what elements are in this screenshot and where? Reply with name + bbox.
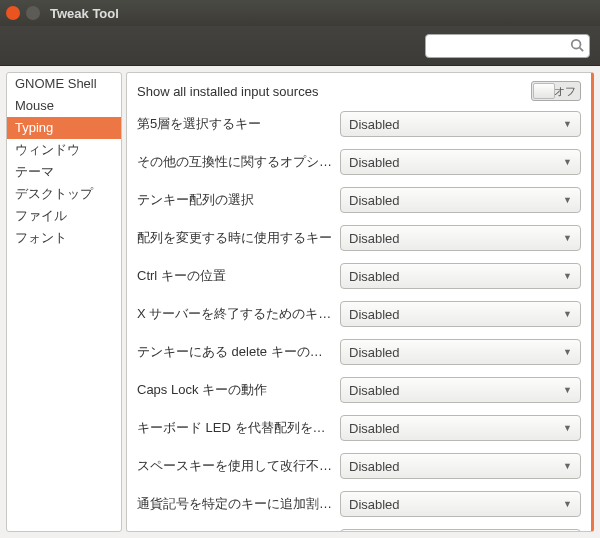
setting-label: 通貨記号を特定のキーに追加割り当て [137,495,332,513]
setting-row: 日本語キーボードオプションDisabled▼ [137,529,581,532]
setting-dropdown[interactable]: Disabled▼ [340,187,581,213]
setting-row: スペースキーを使用して改行不可空白...Disabled▼ [137,453,581,479]
setting-label: 配列を変更する時に使用するキー [137,229,332,247]
sidebar-item[interactable]: GNOME Shell [7,73,121,95]
chevron-down-icon: ▼ [563,461,572,471]
sidebar-item[interactable]: Typing [7,117,121,139]
setting-dropdown[interactable]: Disabled▼ [340,301,581,327]
setting-row: 通貨記号を特定のキーに追加割り当てDisabled▼ [137,491,581,517]
setting-row: Caps Lock キーの動作Disabled▼ [137,377,581,403]
sidebar: GNOME ShellMouseTypingウィンドウテーマデスクトップファイル… [6,72,122,532]
dropdown-value: Disabled [349,269,400,284]
search-box [425,34,590,58]
main-area: GNOME ShellMouseTypingウィンドウテーマデスクトップファイル… [0,66,600,538]
titlebar: Tweak Tool [0,0,600,26]
setting-dropdown[interactable]: Disabled▼ [340,149,581,175]
setting-row: その他の互換性に関するオプションDisabled▼ [137,149,581,175]
setting-label: X サーバーを終了するためのキーシー... [137,305,332,323]
setting-row: Ctrl キーの位置Disabled▼ [137,263,581,289]
chevron-down-icon: ▼ [563,347,572,357]
toolbar [0,26,600,66]
setting-dropdown[interactable]: Disabled▼ [340,453,581,479]
setting-label: Ctrl キーの位置 [137,267,332,285]
setting-row: 配列を変更する時に使用するキーDisabled▼ [137,225,581,251]
header-row: Show all installed input sources オフ [137,81,581,101]
setting-label: 第5層を選択するキー [137,115,332,133]
dropdown-value: Disabled [349,345,400,360]
dropdown-value: Disabled [349,383,400,398]
dropdown-value: Disabled [349,421,400,436]
chevron-down-icon: ▼ [563,385,572,395]
dropdown-value: Disabled [349,117,400,132]
setting-row: 第5層を選択するキーDisabled▼ [137,111,581,137]
chevron-down-icon: ▼ [563,309,572,319]
sidebar-item[interactable]: フォント [7,227,121,249]
chevron-down-icon: ▼ [563,499,572,509]
sidebar-item[interactable]: テーマ [7,161,121,183]
chevron-down-icon: ▼ [563,233,572,243]
chevron-down-icon: ▼ [563,157,572,167]
setting-row: X サーバーを終了するためのキーシー...Disabled▼ [137,301,581,327]
setting-label: スペースキーを使用して改行不可空白... [137,457,332,475]
search-input[interactable] [425,34,590,58]
setting-dropdown[interactable]: Disabled▼ [340,529,581,532]
chevron-down-icon: ▼ [563,119,572,129]
chevron-down-icon: ▼ [563,423,572,433]
setting-dropdown[interactable]: Disabled▼ [340,377,581,403]
dropdown-value: Disabled [349,155,400,170]
setting-dropdown[interactable]: Disabled▼ [340,225,581,251]
chevron-down-icon: ▼ [563,195,572,205]
setting-label: その他の互換性に関するオプション [137,153,332,171]
sidebar-item[interactable]: ファイル [7,205,121,227]
setting-label: テンキー配列の選択 [137,191,332,209]
close-icon[interactable] [6,6,20,20]
dropdown-value: Disabled [349,307,400,322]
dropdown-value: Disabled [349,459,400,474]
sidebar-item[interactable]: デスクトップ [7,183,121,205]
setting-dropdown[interactable]: Disabled▼ [340,111,581,137]
setting-label: テンキーにある delete キーの動作 [137,343,332,361]
setting-row: テンキー配列の選択Disabled▼ [137,187,581,213]
setting-label: Caps Lock キーの動作 [137,381,332,399]
settings-list: 第5層を選択するキーDisabled▼その他の互換性に関するオプションDisab… [137,111,581,532]
setting-row: テンキーにある delete キーの動作Disabled▼ [137,339,581,365]
header-label: Show all installed input sources [137,84,318,99]
dropdown-value: Disabled [349,497,400,512]
dropdown-value: Disabled [349,193,400,208]
setting-label: キーボード LED を代替配列を表すため... [137,419,332,437]
dropdown-value: Disabled [349,231,400,246]
setting-dropdown[interactable]: Disabled▼ [340,263,581,289]
setting-dropdown[interactable]: Disabled▼ [340,491,581,517]
setting-row: キーボード LED を代替配列を表すため...Disabled▼ [137,415,581,441]
setting-dropdown[interactable]: Disabled▼ [340,415,581,441]
chevron-down-icon: ▼ [563,271,572,281]
show-sources-toggle[interactable]: オフ [531,81,581,101]
sidebar-item[interactable]: ウィンドウ [7,139,121,161]
sidebar-item[interactable]: Mouse [7,95,121,117]
minimize-icon[interactable] [26,6,40,20]
toggle-knob [533,83,555,99]
setting-dropdown[interactable]: Disabled▼ [340,339,581,365]
window-title: Tweak Tool [50,6,119,21]
content-pane: Show all installed input sources オフ 第5層を… [126,72,594,532]
toggle-label: オフ [554,84,576,99]
